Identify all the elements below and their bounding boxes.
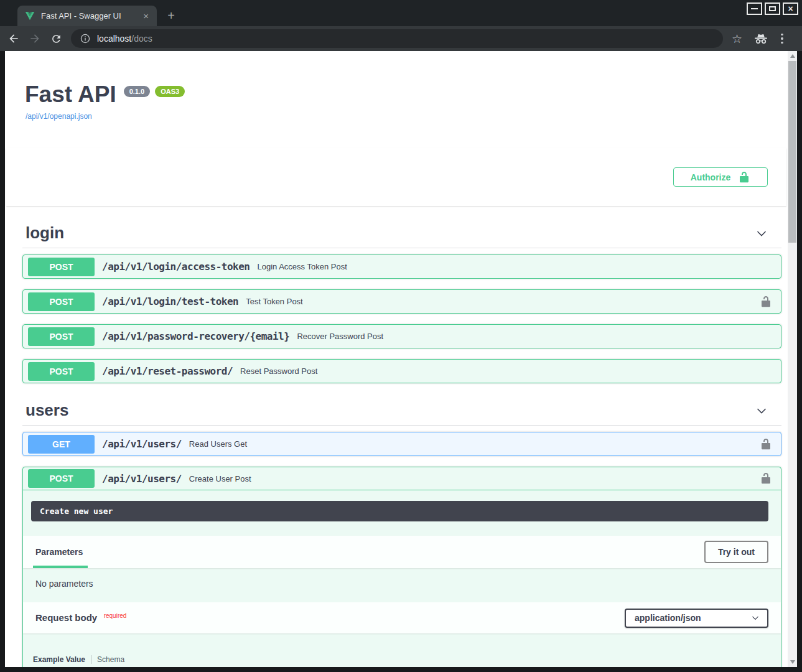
no-parameters-text: No parameters — [23, 568, 781, 602]
swagger-page: Fast API 0.1.0 OAS3 /api/v1/openapi.json… — [5, 51, 788, 667]
openapi-spec-link[interactable]: /api/v1/openapi.json — [26, 112, 92, 121]
bookmark-star-icon[interactable]: ☆ — [732, 33, 742, 45]
operation-body: Create new user Parameters Try it out No… — [23, 501, 781, 667]
method-badge: GET — [28, 435, 95, 454]
model-example-tabs: Example Value Schema — [33, 655, 768, 664]
scroll-down-icon — [790, 660, 795, 664]
endpoint-path: /api/v1/users/ — [102, 473, 182, 485]
page-viewport: Fast API 0.1.0 OAS3 /api/v1/openapi.json… — [5, 51, 797, 667]
operations-wrapper: login POST /api/v1/login/access-token Lo… — [5, 222, 788, 667]
authorize-label: Authorize — [691, 172, 731, 182]
method-badge: POST — [28, 327, 95, 346]
endpoint-summary: Test Token Post — [246, 297, 760, 306]
select-chevron-icon — [751, 614, 760, 622]
auth-lock-button[interactable] — [760, 438, 772, 450]
favicon-v-icon — [25, 11, 35, 21]
operation-row[interactable]: POST /api/v1/login/test-token Test Token… — [22, 289, 781, 314]
version-badge: 0.1.0 — [124, 86, 150, 97]
tab-title: Fast API - Swagger UI — [41, 11, 141, 21]
site-info-icon[interactable] — [80, 33, 91, 44]
section-login: login POST /api/v1/login/access-token Lo… — [22, 222, 781, 383]
forward-button[interactable] — [27, 31, 42, 46]
method-badge: POST — [28, 362, 95, 381]
operation-create-user-expanded: POST /api/v1/users/ Create User Post Cre… — [22, 467, 781, 667]
operation-row[interactable]: POST /api/v1/reset-password/ Reset Passw… — [22, 359, 781, 383]
endpoint-path: /api/v1/login/access-token — [102, 261, 249, 273]
operation-row[interactable]: GET /api/v1/users/ Read Users Get — [22, 432, 781, 456]
forward-arrow-icon — [29, 32, 41, 45]
url-host: localhost — [97, 34, 131, 44]
new-tab-button[interactable]: + — [163, 7, 179, 24]
endpoint-summary: Reset Password Post — [240, 366, 760, 376]
endpoint-path: /api/v1/users/ — [102, 438, 182, 450]
tab-example-value[interactable]: Example Value — [33, 655, 85, 664]
try-it-out-button[interactable]: Try it out — [704, 541, 768, 563]
scroll-down-button[interactable] — [788, 657, 797, 667]
minimize-button[interactable] — [747, 2, 762, 15]
auth-lock-button[interactable] — [760, 472, 772, 485]
close-icon: × — [788, 4, 793, 13]
endpoint-path: /api/v1/reset-password/ — [102, 365, 233, 377]
method-badge: POST — [28, 469, 95, 488]
auth-lock-button[interactable] — [760, 296, 772, 308]
method-badge: POST — [28, 292, 95, 311]
incognito-icon — [753, 34, 768, 44]
tab-close-icon[interactable]: × — [141, 11, 151, 21]
section-users: users GET /api/v1/users/ Read Users Get … — [22, 399, 781, 667]
parameters-header: Parameters Try it out — [23, 536, 781, 568]
url-path: /docs — [131, 34, 152, 44]
url-bar[interactable]: localhost/docs — [71, 29, 723, 48]
back-arrow-icon — [7, 32, 20, 45]
endpoint-summary: Login Access Token Post — [257, 262, 760, 271]
endpoint-path: /api/v1/password-recovery/{email} — [102, 330, 289, 342]
reload-button[interactable] — [49, 31, 63, 46]
method-badge: POST — [28, 258, 95, 276]
reload-icon — [50, 33, 62, 45]
page-title: Fast API — [25, 81, 116, 108]
browser-menu-button[interactable] — [780, 32, 785, 45]
scroll-up-icon — [790, 54, 795, 58]
content-type-select[interactable]: application/json — [625, 609, 768, 628]
operation-description: Create new user — [31, 501, 768, 521]
api-info: Fast API 0.1.0 OAS3 /api/v1/openapi.json — [25, 81, 788, 121]
operation-header[interactable]: POST /api/v1/users/ Create User Post — [23, 467, 781, 490]
scroll-up-button[interactable] — [788, 51, 797, 61]
maximize-button[interactable] — [765, 2, 780, 15]
unlock-icon — [760, 472, 772, 485]
section-users-operations: GET /api/v1/users/ Read Users Get — [22, 426, 781, 456]
operation-row[interactable]: POST /api/v1/password-recovery/{email} R… — [22, 324, 781, 348]
section-users-header[interactable]: users — [22, 399, 781, 426]
request-body-header: Request body required application/json — [23, 602, 781, 633]
tab-schema[interactable]: Schema — [97, 655, 124, 664]
endpoint-summary: Create User Post — [189, 474, 760, 483]
scrollbar-thumb[interactable] — [788, 61, 796, 243]
url-text: localhost/docs — [97, 34, 152, 44]
back-button[interactable] — [6, 31, 21, 46]
authorize-button[interactable]: Authorize — [673, 167, 768, 187]
window-controls: × — [747, 2, 798, 15]
chevron-down-icon[interactable] — [755, 404, 768, 417]
section-login-header[interactable]: login — [22, 222, 781, 248]
endpoint-summary: Recover Password Post — [297, 332, 760, 341]
section-title: login — [26, 223, 64, 243]
unlock-icon — [760, 438, 772, 450]
titlebar: Fast API - Swagger UI × + × — [0, 0, 802, 26]
required-flag: required — [104, 612, 127, 619]
operation-row[interactable]: POST /api/v1/login/access-token Login Ac… — [22, 254, 781, 279]
tab-separator — [91, 655, 91, 664]
maximize-icon — [769, 6, 776, 11]
unlock-icon — [738, 171, 750, 184]
parameters-title: Parameters — [35, 547, 83, 557]
endpoint-path: /api/v1/login/test-token — [102, 296, 238, 307]
close-button[interactable]: × — [783, 2, 798, 15]
vertical-scrollbar[interactable] — [788, 51, 797, 667]
active-tab-underline — [33, 566, 88, 568]
chevron-down-icon[interactable] — [755, 227, 768, 240]
browser-tab[interactable]: Fast API - Swagger UI × — [17, 6, 157, 26]
content-type-value: application/json — [635, 613, 701, 623]
toolbar-actions: ☆ — [732, 32, 785, 45]
browser-toolbar: localhost/docs ☆ — [0, 26, 802, 51]
scheme-container: Authorize — [6, 148, 786, 206]
section-title: users — [26, 401, 68, 420]
endpoint-summary: Read Users Get — [189, 439, 760, 449]
